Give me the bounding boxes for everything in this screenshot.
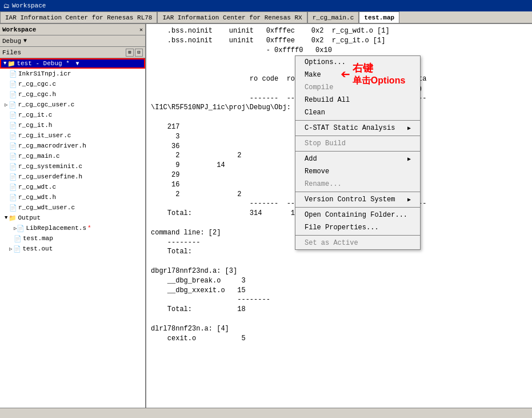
menu-item-set-active[interactable]: Set as Active: [295, 237, 420, 249]
left-panel: Workspace ✕ Debug ▼ Files ⊞ ⊟ ▼ 📁 test -…: [0, 24, 146, 408]
tree-label-macro: r_cg_macrodriver.h: [18, 142, 86, 149]
tree-label-main: r_cg_main.c: [18, 153, 60, 160]
menu-label-set-active: Set as Active: [305, 239, 358, 247]
file-icon-libreplace: 📄: [17, 225, 25, 232]
tree-item-it-c[interactable]: 📄 r_cg_it.c: [0, 110, 145, 120]
tree-label-testmap: test.map: [23, 235, 53, 242]
file-icon-inkr: 📄: [9, 70, 17, 78]
tree-label-inkr: InkrS1Tnpj.icr: [18, 70, 71, 77]
debug-label: Debug: [2, 38, 21, 45]
panel-toolbar: ⊞ ⊟: [126, 49, 143, 57]
arrow-icon-add: ▶: [407, 156, 411, 162]
arrow-icon-cstat: ▶: [407, 125, 411, 132]
tree-label-wdt-user: r_cg_wdt_user.c: [18, 204, 75, 211]
expand-cgc-user[interactable]: ▷: [5, 102, 7, 108]
menu-item-make[interactable]: Make: [295, 69, 420, 81]
menu-item-open-containing[interactable]: Open Containing Folder...: [295, 209, 420, 221]
tree-item-main-c[interactable]: 📄 r_cg_main.c: [0, 151, 145, 161]
tree-label-cgc-c: r_cg_cgc.c: [18, 81, 56, 87]
tree-item-inkr[interactable]: 📄 InkrS1Tnpj.icr: [0, 69, 145, 79]
workspace-title-label: Workspace: [2, 26, 36, 33]
tree-label-test-debug: test - Debug *: [17, 60, 69, 67]
file-icon-wdt-h: 📄: [9, 194, 17, 201]
tree-label-it-c: r_cg_it.c: [18, 112, 52, 118]
menu-label-compile: Compile: [305, 83, 333, 91]
separator-2: [295, 136, 420, 136]
file-icon-testmap: 📄: [14, 235, 22, 242]
tree-item-wdt-user[interactable]: 📄 r_cg_wdt_user.c: [0, 202, 145, 213]
tree-item-test-debug[interactable]: ▼ 📁 test - Debug * ✓ ▼: [0, 58, 145, 69]
menu-item-remove[interactable]: Remove: [295, 165, 420, 178]
separator-6: [295, 235, 420, 236]
tree-label-output: Output: [18, 214, 41, 221]
menu-label-stop-build: Stop Build: [305, 140, 346, 148]
flag-libreplace: *: [87, 225, 91, 232]
tree-label-testout: test.out: [22, 245, 53, 252]
tree-label-libreplace: LibReplacement.s: [26, 225, 86, 232]
tree-item-testmap[interactable]: 📄 test.map: [0, 233, 145, 244]
expand-output[interactable]: ▼: [5, 215, 7, 221]
file-icon-it-c: 📄: [9, 112, 17, 119]
tree-item-testout[interactable]: ▷ 📄 test.out: [0, 244, 145, 254]
arrow-icon-vc: ▶: [407, 196, 411, 203]
menu-item-options[interactable]: Options...: [295, 56, 420, 69]
close-icon[interactable]: ✕: [139, 26, 143, 33]
folder-icon-output: 📁: [9, 214, 17, 222]
menu-item-compile[interactable]: Compile: [295, 81, 420, 94]
menu-label-options: Options...: [305, 58, 346, 66]
menu-item-add[interactable]: Add ▶: [295, 153, 420, 165]
tab-r-cg-main[interactable]: r_cg_main.c: [307, 11, 359, 23]
tab-bar: IAR Information Center for Renesas RL78 …: [0, 11, 532, 24]
tree-label-cgc-user: r_cg_cgc_user.c: [18, 101, 74, 108]
separator-4: [295, 192, 420, 192]
tree-item-wdt-h[interactable]: 📄 r_cg_wdt.h: [0, 192, 145, 202]
tree-item-userdefine[interactable]: 📄 r_cg_userdefine.h: [0, 172, 145, 182]
tree-label-cgc-h: r_cg_cgc.h: [18, 91, 56, 98]
toolbar-btn-2[interactable]: ⊟: [135, 49, 143, 57]
tree-item-libreplace[interactable]: ▷ 📄 LibReplacement.s *: [0, 223, 145, 233]
menu-label-remove: Remove: [305, 168, 329, 176]
tree-item-output[interactable]: ▼ 📁 Output: [0, 213, 145, 223]
right-panel: Options... Make Compile Rebuild All Clea…: [146, 24, 532, 408]
tree-item-macrodriver[interactable]: 📄 r_cg_macrodriver.h: [0, 141, 145, 151]
tab-test-map[interactable]: test.map: [359, 11, 399, 23]
tree-label-wdt-c: r_cg_wdt.c: [18, 184, 56, 190]
tree-label-sys: r_cg_systeminit.c: [18, 163, 82, 170]
tree-label-it-user: r_cg_it_user.c: [18, 132, 71, 139]
menu-item-rebuild-all[interactable]: Rebuild All: [295, 94, 420, 106]
dropdown-icon[interactable]: ▼: [75, 61, 79, 67]
expand-icon-test-debug[interactable]: ▼: [3, 61, 6, 66]
files-label: Files: [2, 49, 21, 56]
menu-item-rename[interactable]: Rename...: [295, 178, 420, 190]
debug-bar: Debug ▼: [0, 35, 145, 47]
tree-item-cgc-h[interactable]: 📄 r_cg_cgc.h: [0, 89, 145, 99]
expand-testout[interactable]: ▷: [9, 246, 12, 252]
menu-label-clean: Clean: [305, 109, 325, 117]
toolbar-btn-1[interactable]: ⊞: [126, 49, 134, 57]
title-label: Workspace: [12, 2, 46, 9]
debug-dropdown-icon[interactable]: ▼: [23, 38, 27, 44]
file-tree[interactable]: ▼ 📁 test - Debug * ✓ ▼ 📄 InkrS1Tnpj.icr …: [0, 58, 145, 408]
file-icon-cgc-c: 📄: [9, 81, 17, 88]
menu-label-rename: Rename...: [305, 180, 342, 188]
tree-item-systeminit[interactable]: 📄 r_cg_systeminit.c: [0, 161, 145, 172]
file-icon-cgc-h: 📄: [9, 91, 17, 98]
tree-item-it-user[interactable]: 📄 r_cg_it_user.c: [0, 130, 145, 141]
menu-item-stop-build[interactable]: Stop Build: [295, 137, 420, 150]
menu-item-file-properties[interactable]: File Properties...: [295, 221, 420, 234]
tree-item-it-h[interactable]: 📄 r_cg_it.h: [0, 120, 145, 130]
tab-iar-rx[interactable]: IAR Information Center for Renesas RX: [157, 11, 307, 23]
tree-item-wdt-c[interactable]: 📄 r_cg_wdt.c: [0, 182, 145, 192]
context-menu: Options... Make Compile Rebuild All Clea…: [295, 55, 421, 250]
menu-item-cstat[interactable]: C-STAT Static Analysis ▶: [295, 122, 420, 134]
menu-label-add: Add: [305, 155, 317, 163]
menu-item-clean[interactable]: Clean: [295, 106, 420, 119]
file-icon-testout: 📄: [13, 245, 21, 253]
file-icon-userdef: 📄: [9, 173, 17, 181]
tree-item-cgc-user[interactable]: ▷ 📄 r_cg_cgc_user.c: [0, 99, 145, 110]
tab-iar-rl78[interactable]: IAR Information Center for Renesas RL78: [0, 11, 157, 23]
file-icon-wdt-user: 📄: [9, 204, 17, 212]
tree-item-cgc-c[interactable]: 📄 r_cg_cgc.c: [0, 79, 145, 89]
menu-label-rebuild-all: Rebuild All: [305, 96, 350, 104]
menu-item-version-control[interactable]: Version Control System ▶: [295, 193, 420, 206]
